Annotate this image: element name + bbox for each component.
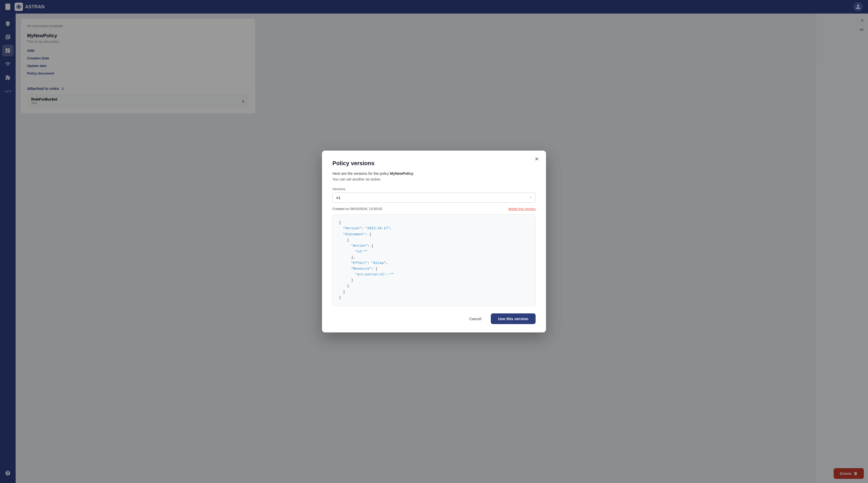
versions-select[interactable]: v1: [332, 192, 536, 203]
version-meta: Created on 09/10/2024, 13:50:02 delete t…: [332, 207, 536, 211]
modal-desc-suffix: .: [413, 172, 414, 176]
modal-desc-prefix: Here are the versions for the policy: [332, 172, 390, 176]
modal-policy-name: MyNewPolicy: [390, 172, 413, 176]
modal-title: Policy versions: [332, 160, 536, 167]
versions-label: Versions: [332, 187, 536, 191]
code-block: { "Version": "2012-10-17", "Statement": …: [332, 214, 536, 306]
modal-subdescription: You can set another as active.: [332, 177, 536, 181]
modal-overlay[interactable]: ✕ Policy versions Here are the versions …: [0, 0, 868, 483]
modal-close-button[interactable]: ✕: [532, 155, 541, 163]
created-on: Created on 09/10/2024, 13:50:02: [332, 207, 382, 211]
modal-footer: Cancel Use this version: [332, 313, 536, 324]
use-version-button[interactable]: Use this version: [491, 313, 536, 324]
modal-description: Here are the versions for the policy MyN…: [332, 172, 536, 176]
cancel-button[interactable]: Cancel: [464, 314, 487, 324]
delete-version-button[interactable]: delete this version: [508, 207, 536, 211]
policy-versions-modal: ✕ Policy versions Here are the versions …: [322, 151, 546, 332]
